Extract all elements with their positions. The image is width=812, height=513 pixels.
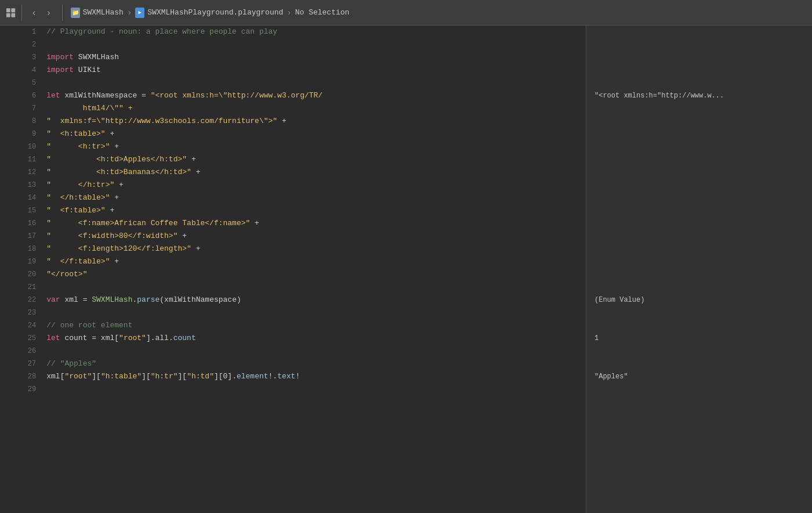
line-number: 17	[0, 230, 44, 243]
line-content[interactable]: " <f:width>80</f:width>" +	[44, 230, 586, 243]
breadcrumb-swxmlhash-label: SWXMLHash	[83, 8, 124, 17]
result-row: 1	[586, 332, 812, 345]
result-row	[586, 192, 812, 204]
line-content[interactable]: " <h:td>Apples</h:td>" +	[44, 153, 586, 166]
breadcrumb-playground-label: SWXMLHashPlayground.playground	[147, 8, 283, 17]
line-number: 1	[0, 26, 44, 38]
line-content[interactable]: " </f:table>" +	[44, 255, 586, 268]
breadcrumb-sep-1: ›	[127, 8, 132, 17]
table-row: 1// Playground - noun: a place where peo…	[0, 26, 586, 38]
line-number: 18	[0, 243, 44, 255]
breadcrumb-sep-2: ›	[287, 8, 291, 17]
line-content[interactable]: xml["root"]["h:table"]["h:tr"]["h:td"][0…	[44, 370, 586, 383]
back-button[interactable]: ‹	[29, 5, 39, 20]
result-row	[586, 281, 812, 294]
result-row	[586, 345, 812, 357]
result-row	[586, 217, 812, 230]
result-row	[586, 102, 812, 115]
line-number: 25	[0, 332, 44, 345]
line-content[interactable]	[44, 77, 586, 89]
line-content[interactable]: " <h:tr>" +	[44, 140, 586, 153]
result-row: (Enum Value)	[586, 294, 812, 306]
code-lines: 1// Playground - noun: a place where peo…	[0, 26, 586, 396]
table-row: 27// "Apples"	[0, 357, 586, 370]
table-row: 23	[0, 306, 586, 319]
grid-icon	[6, 5, 22, 21]
result-row	[586, 51, 812, 64]
line-content[interactable]	[44, 383, 586, 396]
breadcrumb-noselection[interactable]: No Selection	[295, 8, 350, 17]
table-row: 24// one root element	[0, 319, 586, 332]
result-row	[586, 357, 812, 370]
table-row: 22var xml = SWXMLHash.parse(xmlWithNames…	[0, 294, 586, 306]
table-row: 16" <f:name>African Coffee Table</f:name…	[0, 217, 586, 230]
line-content[interactable]: " <f:name>African Coffee Table</f:name>"…	[44, 217, 586, 230]
line-content[interactable]: " </h:tr>" +	[44, 179, 586, 192]
line-content[interactable]: import SWXMLHash	[44, 51, 586, 64]
line-number: 5	[0, 77, 44, 89]
result-row	[586, 115, 812, 128]
line-content[interactable]: html4/\"" +	[44, 102, 586, 115]
results-panel: "<root xmlns:h="http://www.w... (Enum Va…	[586, 26, 812, 513]
table-row: 17" <f:width>80</f:width>" +	[0, 230, 586, 243]
line-content[interactable]: var xml = SWXMLHash.parse(xmlWithNamespa…	[44, 294, 586, 306]
line-number: 20	[0, 268, 44, 281]
table-row: 13" </h:tr>" +	[0, 179, 586, 192]
line-content[interactable]	[44, 306, 586, 319]
result-row	[586, 204, 812, 217]
toolbar-divider	[62, 5, 63, 21]
line-number: 11	[0, 153, 44, 166]
result-row	[586, 77, 812, 89]
line-content[interactable]: " xmlns:f=\"http://www.w3schools.com/fur…	[44, 115, 586, 128]
svg-rect-1	[11, 8, 15, 12]
line-content[interactable]: " <f:length>120</f:length>" +	[44, 243, 586, 255]
line-content[interactable]	[44, 38, 586, 51]
line-number: 23	[0, 306, 44, 319]
table-row: 7 html4/\"" +	[0, 102, 586, 115]
breadcrumb-playground[interactable]: ▶ SWXMLHashPlayground.playground	[135, 8, 283, 18]
line-content[interactable]: import UIKit	[44, 64, 586, 77]
result-row	[586, 128, 812, 140]
line-content[interactable]: " <h:td>Bananas</h:td>" +	[44, 166, 586, 179]
breadcrumb-swxmlhash[interactable]: 📁 SWXMLHash	[71, 8, 124, 18]
breadcrumb-noselection-label: No Selection	[295, 8, 350, 17]
line-number: 16	[0, 217, 44, 230]
breadcrumb: 📁 SWXMLHash › ▶ SWXMLHashPlayground.play…	[71, 8, 350, 18]
line-number: 24	[0, 319, 44, 332]
result-rows: "<root xmlns:h="http://www.w... (Enum Va…	[586, 26, 812, 396]
line-content[interactable]: " <f:table>" +	[44, 204, 586, 217]
line-content[interactable]: // "Apples"	[44, 357, 586, 370]
line-number: 4	[0, 64, 44, 77]
line-content[interactable]: // Playground - noun: a place where peop…	[44, 26, 586, 38]
line-content[interactable]: " </h:table>" +	[44, 192, 586, 204]
line-number: 28	[0, 370, 44, 383]
svg-rect-3	[11, 13, 15, 17]
forward-button[interactable]: ›	[44, 5, 53, 20]
table-row: 19" </f:table>" +	[0, 255, 586, 268]
result-row	[586, 64, 812, 77]
line-number: 29	[0, 383, 44, 396]
line-content[interactable]: let xmlWithNamespace = "<root xmlns:h=\"…	[44, 89, 586, 102]
line-number: 15	[0, 204, 44, 217]
line-number: 22	[0, 294, 44, 306]
line-content[interactable]	[44, 281, 586, 294]
result-row	[586, 306, 812, 319]
line-number: 2	[0, 38, 44, 51]
result-row	[586, 166, 812, 179]
line-number: 6	[0, 89, 44, 102]
table-row: 29	[0, 383, 586, 396]
table-row: 10" <h:tr>" +	[0, 140, 586, 153]
line-content[interactable]: " <h:table>" +	[44, 128, 586, 140]
line-number: 7	[0, 102, 44, 115]
line-content[interactable]: "</root>"	[44, 268, 586, 281]
line-content[interactable]	[44, 345, 586, 357]
result-row	[586, 319, 812, 332]
toolbar: ‹ › 📁 SWXMLHash › ▶ SWXMLHashPlayground.…	[0, 0, 812, 26]
code-editor[interactable]: 1// Playground - noun: a place where peo…	[0, 26, 586, 513]
result-row	[586, 383, 812, 396]
line-number: 9	[0, 128, 44, 140]
line-content[interactable]: // one root element	[44, 319, 586, 332]
table-row: 8" xmlns:f=\"http://www.w3schools.com/fu…	[0, 115, 586, 128]
line-number: 26	[0, 345, 44, 357]
line-content[interactable]: let count = xml["root"].all.count	[44, 332, 586, 345]
